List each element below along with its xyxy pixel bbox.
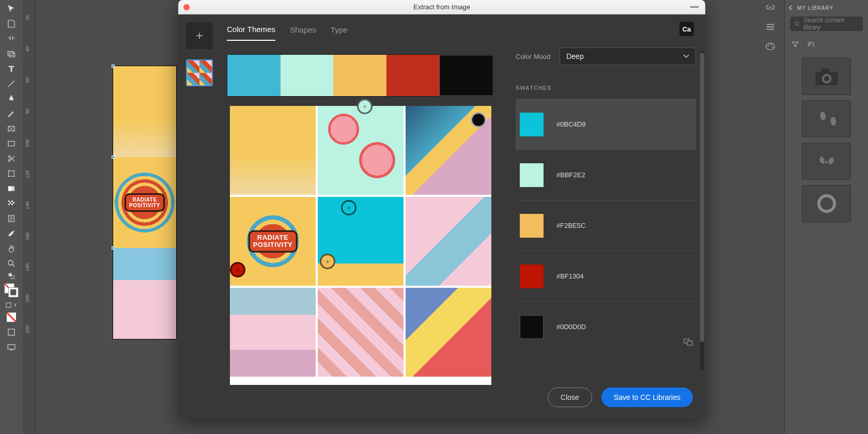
swatch-row[interactable]: #0BC4D9 [516,99,696,149]
tab-shapes[interactable]: Shapes [290,25,316,40]
svg-point-7 [8,170,9,171]
swatches-header: SWATCHES [516,85,696,91]
palette-swatch-5[interactable] [439,55,493,96]
palette-swatch-1[interactable] [227,55,281,96]
library-asset-holly[interactable] [802,143,851,180]
document-page[interactable]: RADIATE POSITIVITY [113,66,177,339]
hand-tool[interactable] [0,241,23,256]
formatting-affects-container[interactable]: T [0,300,23,310]
note-tool[interactable] [0,211,23,226]
svg-point-45 [818,196,834,211]
gradient-feather-tool[interactable] [0,196,23,211]
placed-image-wave[interactable] [113,66,176,157]
svg-text:T: T [14,303,17,308]
svg-rect-32 [690,6,699,8]
selection-handle[interactable] [112,65,115,68]
scrollbar-thumb[interactable] [700,53,704,342]
tab-type[interactable]: Type [331,25,348,40]
line-tool[interactable] [0,76,23,91]
svg-point-9 [8,176,9,177]
apply-color-box[interactable] [0,310,23,324]
links-panel-icon[interactable] [765,2,776,12]
filter-icon[interactable] [791,40,799,49]
swatch-color-box [520,214,544,238]
library-asset-ring[interactable] [802,185,851,222]
swatch-row[interactable]: #BF1304 [516,251,696,301]
selection-handle[interactable] [112,246,115,250]
library-search-input[interactable]: Search current library [790,17,863,31]
svg-rect-13 [8,200,10,202]
dialog-titlebar[interactable]: Extract from Image [178,0,705,14]
back-icon[interactable] [788,5,793,10]
search-placeholder: Search current library [803,17,859,31]
rectangle-frame-tool[interactable] [0,121,23,136]
close-button[interactable]: Close [548,388,592,407]
panel-dock-icons [765,0,781,52]
color-picker-point[interactable]: + [320,254,335,269]
search-icon [794,21,800,27]
extracted-palette [227,54,494,97]
eyedropper-tool[interactable] [0,226,23,241]
swatch-hex: #0D0D0D [556,323,586,331]
placed-image-radiate[interactable]: RADIATE POSITIVITY [113,157,176,248]
zoom-tool[interactable] [0,256,23,271]
svg-rect-29 [8,329,14,335]
color-mood-select[interactable]: Deep [560,48,696,65]
swatch-row[interactable]: #F2BE5C [516,200,696,251]
screen-mode-toggle[interactable] [0,339,23,354]
fill-stroke-toggle-icon[interactable] [0,271,23,281]
source-image-grid[interactable]: RADIATE POSITIVITY + + + + [230,106,491,385]
color-picker-point[interactable] [471,112,486,128]
color-picker-point[interactable]: + [230,262,245,277]
color-mood-value: Deep [566,52,583,60]
add-image-button[interactable]: + [186,22,213,49]
color-mood-label: Color Mood [516,53,550,60]
free-transform-tool[interactable] [0,166,23,181]
library-asset-leaves[interactable] [802,100,851,137]
placed-image-roller[interactable] [113,248,176,339]
color-panel-icon[interactable] [765,41,776,52]
rectangle-tool[interactable] [0,136,23,151]
capture-badge[interactable]: Ca [679,22,694,36]
image-thumbnail[interactable] [186,59,213,86]
swatch-hex: #BBF2E2 [556,171,585,179]
palette-swatch-2[interactable] [281,55,334,96]
fill-stroke-proxy[interactable] [0,281,23,300]
swatch-hex: #0BC4D9 [556,120,585,128]
svg-rect-0 [8,51,13,55]
pen-tool[interactable] [0,91,23,106]
gradient-swatch-tool[interactable] [0,181,23,196]
panel-menu-icon[interactable] [765,22,776,32]
svg-point-8 [13,170,14,171]
gap-tool[interactable] [0,31,23,46]
save-to-cc-libraries-button[interactable]: Save to CC Libraries [601,388,693,407]
scissors-tool[interactable] [0,151,23,166]
color-picker-point[interactable]: + [357,99,373,114]
library-filter-row [785,35,868,54]
library-asset-camera[interactable] [802,58,851,95]
svg-rect-15 [10,202,11,204]
dialog-right-panel: Ca Color Mood Deep SWATCHES #0BC4D9 #BBF… [506,14,705,419]
swatch-row[interactable]: #BBF2E2 [516,149,696,200]
pencil-tool[interactable] [0,106,23,121]
library-title: MY LIBRARY [797,5,833,11]
palette-swatch-4[interactable] [386,55,440,96]
selection-tool[interactable] [0,1,23,16]
library-panel-header[interactable]: MY LIBRARY [785,0,868,12]
scrollbar-track[interactable] [700,51,704,371]
page-tool[interactable] [0,16,23,31]
type-tool[interactable] [0,61,23,76]
color-picker-point[interactable]: + [341,200,357,215]
palette-swatch-3[interactable] [333,55,386,96]
sort-icon[interactable] [807,40,815,49]
swatch-row[interactable]: #0D0D0D [516,301,696,352]
tab-color-themes[interactable]: Color Themes [227,25,275,41]
content-collector-tool[interactable] [0,46,23,61]
svg-rect-43 [821,69,829,73]
selection-handle[interactable] [112,156,115,159]
minimize-icon[interactable] [689,3,700,12]
dialog-main-panel: Color Themes Shapes Type RADIATE POSITIV… [214,14,506,419]
view-mode-toggle[interactable] [0,324,23,339]
svg-rect-12 [8,186,11,191]
swatch-hex: #F2BE5C [556,222,585,229]
